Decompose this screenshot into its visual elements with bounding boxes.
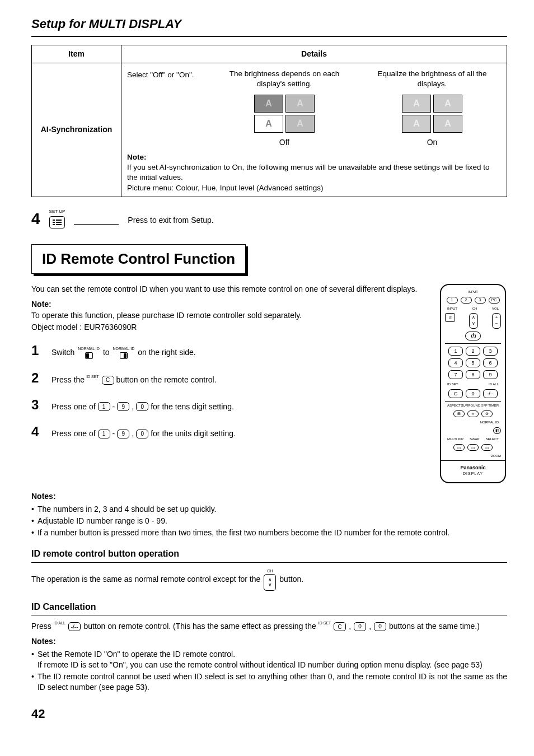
operation-text: The operation is the same as normal remo… bbox=[31, 574, 260, 585]
step-4: 4 Press one of 1 - 9 , 0 for the units d… bbox=[31, 423, 433, 441]
remote-label: OFF TIMER bbox=[481, 403, 499, 408]
button-super: ID SET bbox=[318, 621, 331, 625]
setup-button-icon: SET UP bbox=[49, 209, 65, 228]
remote-label: SWAP bbox=[470, 437, 479, 441]
table-note: Note: If you set AI-synchronization to O… bbox=[127, 152, 501, 193]
step-number: 3 bbox=[31, 396, 41, 414]
select-text: Select "Off" or "On". bbox=[127, 69, 205, 148]
remote-num-btn: 5 bbox=[466, 358, 480, 367]
step-number: 4 bbox=[31, 208, 40, 230]
on-grid: A A A A bbox=[402, 95, 462, 133]
step-number: 2 bbox=[31, 369, 41, 387]
c-button-icon: C bbox=[102, 376, 114, 385]
remote-btn: ▭ bbox=[467, 444, 479, 451]
step-1: 1 Switch NORMAL ID to NORMAL ID on the r… bbox=[31, 342, 433, 360]
menu-icon bbox=[49, 216, 65, 228]
remote-label: ASPECT bbox=[447, 403, 461, 408]
remote-num-btn: 1 bbox=[448, 347, 463, 356]
remote-num-btn: 4 bbox=[448, 358, 463, 367]
remote-label: SURROUND bbox=[461, 403, 481, 408]
button-super: ID SET bbox=[86, 375, 99, 379]
off-caption: The brightness depends on each display's… bbox=[216, 69, 353, 89]
remote-label: INPUT bbox=[468, 290, 478, 294]
note-item: Set the Remote ID "On" to operate the ID… bbox=[38, 649, 483, 670]
ch-button-icon: ∧∨ bbox=[264, 574, 276, 591]
remote-btn: ⊘ bbox=[481, 410, 493, 417]
remote-label: VOL bbox=[492, 306, 499, 311]
step-number: 4 bbox=[31, 423, 41, 441]
remote-btn: 1 bbox=[447, 297, 458, 304]
bullet-icon: • bbox=[31, 504, 34, 515]
on-label: On bbox=[363, 137, 501, 148]
note-text: To operate this function, please purchas… bbox=[31, 310, 507, 321]
grid-cell: A bbox=[433, 95, 462, 113]
remote-vol-btn: +− bbox=[492, 313, 501, 329]
comma: , bbox=[132, 428, 134, 439]
grid-cell: A bbox=[402, 95, 431, 113]
row-item: AI-Synchronization bbox=[32, 63, 121, 197]
step-number: 1 bbox=[31, 342, 41, 360]
step-text: button on the remote control. bbox=[116, 375, 217, 385]
connector-line bbox=[74, 224, 119, 225]
remote-label: ZOOM bbox=[445, 454, 501, 458]
notes-list: •The numbers in 2, 3 and 4 should be set… bbox=[31, 504, 507, 538]
step-text: for the units digit setting. bbox=[151, 428, 236, 439]
step-text: on the right side. bbox=[138, 347, 196, 358]
off-grid: A A A A bbox=[254, 95, 315, 133]
operation-text: button. bbox=[279, 574, 303, 585]
bullet-icon: • bbox=[31, 528, 34, 538]
step-text: Press one of bbox=[51, 402, 96, 412]
num-button-icon: 0 bbox=[136, 430, 148, 438]
setup-icon-label: SET UP bbox=[49, 209, 65, 215]
cancel-text: button on remote control. (This has the … bbox=[83, 621, 316, 632]
num-button-icon: 0 bbox=[354, 622, 366, 631]
remote-num-btn: 8 bbox=[466, 370, 480, 379]
notes-head: Notes: bbox=[31, 491, 507, 502]
step-text: Switch bbox=[51, 347, 74, 358]
remote-ch-btn: ∧∨ bbox=[469, 313, 478, 329]
switch-id-icon: NORMAL ID bbox=[113, 346, 135, 358]
grid-cell: A bbox=[433, 115, 462, 133]
remote-btn: PC bbox=[489, 297, 500, 304]
off-label: Off bbox=[216, 137, 353, 148]
remote-illustration: INPUT 1 2 3 PC INPUTCHVOL ⎚ ∧∨ +− ⏻ 1 2 … bbox=[440, 284, 507, 483]
dash: - bbox=[113, 428, 115, 439]
step-text: Press one of bbox=[51, 428, 96, 439]
c-button-icon: C bbox=[334, 622, 346, 631]
on-column: Equalize the brightness of all the displ… bbox=[363, 69, 501, 148]
cancel-text: Press bbox=[31, 621, 51, 632]
grid-cell: A bbox=[254, 95, 283, 113]
remote-label: ID bbox=[495, 420, 499, 424]
step-text: for the tens digit setting. bbox=[151, 402, 234, 412]
remote-label: INPUT bbox=[447, 306, 457, 311]
dash: - bbox=[113, 402, 115, 412]
remote-c-btn: C bbox=[448, 389, 463, 398]
num-button-icon: 0 bbox=[374, 622, 386, 631]
idall-button-icon: -/-- bbox=[68, 622, 81, 631]
notes-list: • Set the Remote ID "On" to operate the … bbox=[31, 649, 507, 693]
remote-label: SELECT bbox=[486, 437, 499, 441]
remote-label: MULTI PIP bbox=[447, 437, 463, 441]
off-column: The brightness depends on each display's… bbox=[216, 69, 353, 148]
note-line: Picture menu: Colour, Hue, Input level (… bbox=[127, 183, 501, 193]
comma: , bbox=[369, 621, 371, 632]
note-text: Object model : EUR7636090R bbox=[31, 322, 507, 333]
step-text: to bbox=[103, 347, 110, 358]
remote-input-btn: ⎚ bbox=[445, 313, 455, 322]
note-title: Note: bbox=[127, 152, 501, 162]
cancel-text: buttons at the same time.) bbox=[389, 621, 480, 632]
on-caption: Equalize the brightness of all the displ… bbox=[363, 69, 501, 89]
grid-cell: A bbox=[254, 115, 283, 133]
page-number: 42 bbox=[31, 706, 507, 722]
note-item: Adjustable ID number range is 0 - 99. bbox=[38, 516, 167, 526]
remote-num-btn: 6 bbox=[483, 358, 498, 367]
remote-display-label: DISPLAY bbox=[445, 471, 501, 476]
note-head: Note: bbox=[31, 299, 507, 310]
th-details: Details bbox=[121, 45, 507, 63]
bullet-icon: • bbox=[31, 649, 34, 670]
num-button-icon: 1 bbox=[98, 430, 110, 438]
remote-btn: 2 bbox=[461, 297, 472, 304]
remote-label: ID SET bbox=[447, 382, 458, 386]
th-item: Item bbox=[32, 45, 121, 63]
remote-label: CH bbox=[472, 306, 477, 311]
